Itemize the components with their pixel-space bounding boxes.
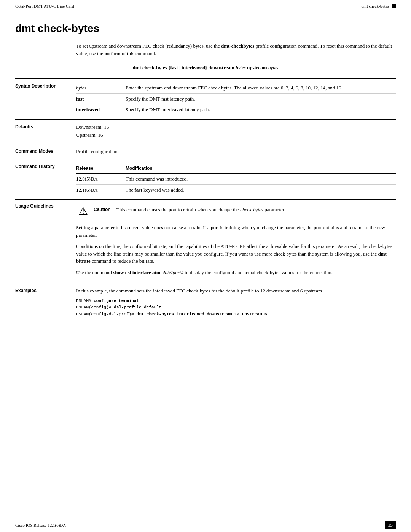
cmd-upstream-bold: upstream — [247, 65, 267, 70]
main-content: To set upstream and downstream FEC check… — [0, 42, 411, 337]
syntax-def-interleaved: Specify the DMT interleaved latency path… — [126, 104, 396, 115]
page-footer: Cisco IOS Release 12.1(6)DA 15 — [0, 518, 411, 532]
defaults-label: Defaults — [15, 123, 76, 140]
usage-guidelines-label-area: Usage Guidelines — [15, 203, 76, 280]
bold-no: no — [104, 51, 110, 56]
usage-para-3: Use the command show dsl interface atm s… — [76, 269, 396, 276]
history-row-1: 12.0(5)DA This command was introduced. — [76, 174, 396, 185]
defaults-upstream: Upstream: 16 — [76, 131, 396, 139]
footer-page-number: 15 — [385, 521, 396, 529]
bold-show-dsl: show dsl interface atm — [113, 270, 161, 275]
header-right-area: dmt check-bytes — [362, 4, 396, 8]
history-mod-1: This command was introduced. — [126, 174, 396, 185]
command-modes-text: Profile configuration. — [76, 149, 119, 154]
italic-slot: slot#/port# — [162, 270, 183, 275]
syntax-row-interleaved: interleaved Specify the DMT interleaved … — [76, 104, 396, 115]
caution-italic: check-bytes — [240, 207, 263, 212]
syntax-description-label: Syntax Description — [15, 83, 76, 115]
page-header: Octal-Port DMT ATU-C Line Card dmt check… — [0, 0, 411, 11]
syntax-term-bytes: bytes — [76, 83, 126, 93]
command-modes-label: Command Modes — [15, 148, 76, 155]
usage-para-1: Setting a parameter to its current value… — [76, 224, 396, 239]
examples-content: In this example, the command sets the in… — [76, 287, 396, 318]
code-line-3: DSLAM(config-dsl-prof)# dmt check-bytes … — [76, 311, 396, 318]
command-modes-content: Profile configuration. — [76, 148, 396, 155]
command-history-section: Command History Release Modification 12.… — [15, 159, 396, 199]
header-right-square — [392, 4, 396, 8]
defaults-section: Defaults Downstream: 16 Upstream: 16 — [15, 119, 396, 144]
syntax-row-bytes: bytes Enter the upstream and downstream … — [76, 83, 396, 93]
history-col-modification: Modification — [126, 163, 396, 174]
command-history-content: Release Modification 12.0(5)DA This comm… — [76, 163, 396, 195]
history-mod-2: The fast keyword was added. — [126, 184, 396, 195]
footer-left-text: Cisco IOS Release 12.1(6)DA — [15, 523, 66, 527]
history-col-release: Release — [76, 163, 126, 174]
header-left-text: Octal-Port DMT ATU-C Line Card — [15, 4, 74, 8]
usage-guidelines-section: Usage Guidelines ⚠ Caution This command … — [15, 199, 396, 283]
bold-dmt-bitrate: dmt bitrate — [76, 251, 387, 264]
syntax-description-section: Syntax Description bytes Enter the upstr… — [15, 78, 396, 119]
defaults-downstream: Downstream: 16 — [76, 123, 396, 131]
command-history-label: Command History — [15, 163, 76, 195]
code-line-1: DSLAM# configure terminal — [76, 298, 396, 305]
intro-paragraph: To set upstream and downstream FEC check… — [76, 42, 396, 57]
usage-guidelines-content: ⚠ Caution This command causes the port t… — [76, 203, 396, 280]
caution-icon-area: ⚠ — [76, 206, 90, 217]
caution-inner: ⚠ Caution This command causes the port t… — [76, 206, 396, 220]
bold-dmt-checkbytes: dmt-checkbytes — [221, 43, 254, 49]
cmd-bytes-1: bytes — [236, 65, 246, 70]
command-modes-section: Command Modes Profile configuration. — [15, 144, 396, 159]
syntax-table: bytes Enter the upstream and downstream … — [76, 83, 396, 115]
command-syntax-bold: dmt check-bytes {fast | interleaved} dow… — [132, 65, 234, 70]
history-header-row: Release Modification — [76, 163, 396, 174]
caution-section: ⚠ Caution This command causes the port t… — [76, 203, 396, 220]
syntax-def-fast: Specify the DMT fast latency path. — [126, 93, 396, 104]
caution-label: Caution — [94, 207, 113, 212]
caution-triangle-icon: ⚠ — [76, 206, 90, 217]
usage-guidelines-label: Usage Guidelines — [15, 203, 76, 209]
bold-fast: fast — [134, 187, 142, 193]
syntax-term-interleaved: interleaved — [76, 104, 126, 115]
code-block: DSLAM# configure terminal DSLAM(config)#… — [76, 298, 396, 318]
history-row-2: 12.1(6)DA The fast keyword was added. — [76, 184, 396, 195]
header-right-text: dmt check-bytes — [362, 4, 389, 8]
history-table: Release Modification 12.0(5)DA This comm… — [76, 163, 396, 195]
examples-section: Examples In this example, the command se… — [15, 283, 396, 321]
usage-paragraphs: Setting a parameter to its current value… — [76, 224, 396, 276]
code-line-2: DSLAM(config)# dsl-profile default — [76, 304, 396, 311]
syntax-term-fast: fast — [76, 93, 126, 104]
examples-intro: In this example, the command sets the in… — [76, 287, 396, 295]
command-syntax-line: dmt check-bytes {fast | interleaved} dow… — [76, 65, 335, 71]
defaults-content: Downstream: 16 Upstream: 16 — [76, 123, 396, 140]
syntax-def-bytes: Enter the upstream and downstream FEC ch… — [126, 83, 396, 93]
syntax-row-fast: fast Specify the DMT fast latency path. — [76, 93, 396, 104]
caution-text: This command causes the port to retrain … — [116, 206, 396, 214]
page: Octal-Port DMT ATU-C Line Card dmt check… — [0, 0, 411, 532]
cmd-bytes-2: bytes — [268, 65, 279, 70]
usage-para-2: Conditions on the line, the configured b… — [76, 243, 396, 265]
syntax-description-content: bytes Enter the upstream and downstream … — [76, 83, 396, 115]
history-release-2: 12.1(6)DA — [76, 184, 126, 195]
page-title: dmt check-bytes — [0, 11, 411, 42]
history-release-1: 12.0(5)DA — [76, 174, 126, 185]
examples-label: Examples — [15, 287, 76, 318]
